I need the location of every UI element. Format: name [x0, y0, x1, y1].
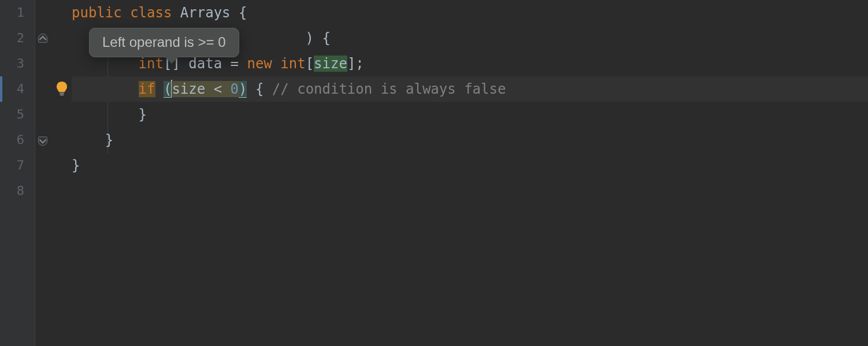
keyword: int — [139, 56, 164, 72]
code-line[interactable]: } — [72, 153, 868, 178]
operator: < — [214, 81, 222, 97]
line-number: 7 — [0, 153, 24, 178]
bracket: [ — [306, 56, 314, 72]
code-area[interactable]: public class Arrays { ) { int[] data = n… — [60, 0, 868, 346]
operator — [205, 81, 213, 97]
brace: } — [105, 132, 113, 148]
identifier: size — [172, 81, 205, 97]
identifier-occurrence: size — [314, 56, 347, 72]
tooltip-text: Left operand is >= 0 — [102, 34, 226, 50]
bracket: ] — [347, 56, 355, 72]
paren-open: ( — [164, 81, 172, 98]
fold-gutter — [35, 0, 60, 346]
fold-toggle-close-icon[interactable] — [38, 137, 47, 146]
line-number: 2 — [0, 25, 24, 51]
semicolon: ; — [355, 56, 363, 72]
line-number: 1 — [0, 0, 24, 25]
operator — [222, 81, 230, 97]
code-line[interactable] — [72, 178, 868, 204]
line-number-gutter: 1 2 3 4 5 6 7 8 — [0, 0, 35, 346]
keyword: public — [72, 5, 122, 21]
text: ) { — [306, 30, 331, 46]
number: 0 — [231, 81, 239, 97]
code-editor[interactable]: 1 2 3 4 5 6 7 8 public class Arrays { — [0, 0, 868, 346]
brace: { — [239, 5, 247, 21]
brace: } — [72, 157, 80, 174]
code-line[interactable]: } — [72, 102, 868, 127]
line-number: 4 — [0, 76, 24, 102]
code-line[interactable]: } — [72, 127, 868, 153]
code-line[interactable]: public class Arrays { — [72, 0, 868, 25]
keyword: class — [130, 5, 172, 21]
line-number: 8 — [0, 178, 24, 204]
operator: = — [231, 56, 239, 72]
line-number: 6 — [0, 127, 24, 153]
keyword: new — [247, 56, 272, 72]
identifier: data — [188, 56, 222, 72]
keyword: int — [280, 56, 305, 72]
code-line-current[interactable]: if (size < 0) { // condition is always f… — [72, 76, 868, 102]
paren-close: ) — [239, 81, 247, 98]
line-number: 5 — [0, 102, 24, 127]
line-number: 3 — [0, 51, 24, 76]
keyword: if — [139, 81, 155, 97]
class-name: Arrays — [180, 5, 231, 21]
brace: { — [255, 81, 264, 97]
inspection-tooltip: Left operand is >= 0 — [89, 28, 239, 57]
fold-toggle-open-icon[interactable] — [38, 34, 47, 43]
brace: } — [139, 106, 147, 123]
comment: // condition is always false — [272, 81, 506, 97]
